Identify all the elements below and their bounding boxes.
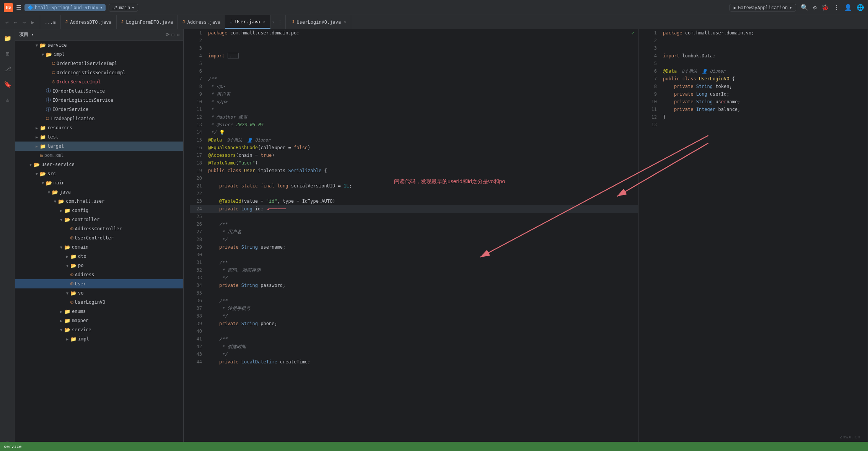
tree-item-userloginvo[interactable]: © UserLoginVO	[15, 298, 183, 307]
tab-more-icon[interactable]: ⋮	[276, 20, 284, 25]
watermark: znwx.cn	[839, 434, 860, 440]
code-line: 30	[190, 251, 638, 259]
tree-label-usercontroller: UserController	[75, 235, 114, 241]
code-line: 17 @Accessors(chain = true)	[190, 151, 638, 159]
tree-label-domain: domain	[72, 244, 88, 250]
tree-item-po[interactable]: ▼ 📂 po	[15, 261, 183, 270]
tree-item-comhmaluser[interactable]: ▼ 📂 com.hmall.user	[15, 197, 183, 206]
tab-user[interactable]: J User.java ✕	[225, 15, 270, 29]
code-table-userloginvo[interactable]: 1 package com.hmall.user.domain.vo; 2 3	[638, 29, 868, 451]
nav-forward-button[interactable]: →	[21, 18, 27, 26]
tree-item-iorderdetailservice[interactable]: ⓘ IOrderDetailService	[15, 86, 183, 96]
tree-label-pomxml: pom.xml	[44, 153, 64, 158]
project-badge[interactable]: 🔷 hmall-SpringCloud-Study ▾	[24, 4, 106, 11]
class-icon: ©	[70, 272, 73, 278]
tree-item-vo[interactable]: ▼ 📂 vo	[15, 288, 183, 298]
gateway-badge[interactable]: ▶ GatewayApplication ▾	[730, 4, 796, 11]
project-view-icon[interactable]: 📁	[2, 32, 14, 44]
tab-close-icon[interactable]: ✕	[263, 20, 265, 24]
tree-item-service[interactable]: ▼ 📂 service	[15, 41, 183, 50]
tree-item-orderlogisticsserviceimpl[interactable]: © OrderLogisticsServiceImpl	[15, 68, 183, 77]
folder-icon: 📁	[40, 143, 46, 149]
class-icon: ©	[70, 281, 73, 287]
toolbar-search-icon[interactable]: 🔍	[801, 4, 808, 11]
tree-item-userservice[interactable]: ▼ 📂 user-service	[15, 160, 183, 169]
run-button[interactable]: ▶	[29, 18, 36, 26]
code-line: 7 /**	[190, 75, 638, 83]
top-bar-left: HS ☰ 🔷 hmall-SpringCloud-Study ▾ ⎇ main …	[4, 3, 138, 12]
tree-item-domain[interactable]: ▼ 📂 domain	[15, 243, 183, 252]
tree-item-service-user[interactable]: ▼ 📂 service	[15, 325, 183, 334]
tab-close-vo-icon[interactable]: ✕	[344, 20, 346, 24]
toolbar-debug-icon[interactable]: 🐞	[821, 4, 829, 11]
tab-userloginvo[interactable]: J UserLoginVO.java ✕	[287, 15, 351, 29]
tree-label-vo: vo	[78, 290, 83, 296]
tree-item-resources[interactable]: ▶ 📁 resources	[15, 123, 183, 132]
java-icon: J	[121, 20, 124, 24]
bookmarks-icon[interactable]: 🔖	[2, 78, 14, 90]
tree-item-impl-user[interactable]: ▶ 📁 impl	[15, 334, 183, 344]
tree-item-addresscontroller[interactable]: © AddressController	[15, 224, 183, 233]
toolbar-settings-icon[interactable]: ⚙	[813, 4, 817, 11]
tree-item-dto[interactable]: ▶ 📁 dto	[15, 252, 183, 261]
tree-label-orderdetailserviceimpl: OrderDetailServiceImpl	[57, 61, 117, 66]
code-line: 12 * @author 虎哥	[190, 113, 638, 121]
code-line: 32 * 密码, 加密存储	[190, 266, 638, 274]
code-table-user[interactable]: 1 package com.hmall.user.domain.po; ✓ 2	[184, 29, 638, 451]
tab-overflow-icon[interactable]: ▾	[270, 20, 276, 25]
tree-item-java[interactable]: ▼ 📂 java	[15, 187, 183, 197]
tree-item-enums[interactable]: ▶ 📁 enums	[15, 307, 183, 316]
code-line: 4 import lombok.Data;	[645, 52, 868, 60]
tree-item-pomxml[interactable]: m pom.xml	[15, 151, 183, 160]
tree-item-user[interactable]: © User	[15, 279, 183, 288]
tree-item-impl[interactable]: ▼ 📂 impl	[15, 50, 183, 59]
folder-icon: 📂	[40, 171, 46, 177]
tree-item-address[interactable]: © Address	[15, 270, 183, 279]
editor-panel-user: 1 package com.hmall.user.domain.po; ✓ 2	[184, 29, 638, 451]
tree-item-test[interactable]: ▶ 📁 test	[15, 132, 183, 142]
branch-badge[interactable]: ⎇ main ▾	[109, 4, 138, 11]
gear-icon[interactable]: ⚙	[177, 32, 179, 37]
tab-loginformdto-label: LoginFormDTO.java	[126, 20, 173, 25]
git-icon-sidebar[interactable]: ⎇	[2, 63, 14, 75]
code-line: 20	[190, 174, 638, 182]
tree-item-orderserviceimpl[interactable]: © OrderServiceImpl	[15, 77, 183, 86]
menu-icon[interactable]: ☰	[16, 4, 21, 11]
tab-addressdto[interactable]: J AddressDTO.java	[61, 15, 117, 29]
toolbar-translate-icon[interactable]: 🌐	[857, 4, 864, 11]
tree-item-src[interactable]: ▼ 📂 src	[15, 169, 183, 178]
tab-ellipsis[interactable]: ...a	[40, 15, 61, 29]
problems-icon[interactable]: ⚠	[2, 93, 14, 106]
collapse-all-icon[interactable]: ⊟	[172, 32, 174, 37]
tree-item-config[interactable]: ▶ 📁 config	[15, 206, 183, 215]
tree-label-user: User	[75, 281, 86, 287]
code-line: 1 package com.hmall.user.domain.po; ✓	[190, 29, 638, 37]
tab-loginformdto[interactable]: J LoginFormDTO.java	[117, 15, 178, 29]
code-line: 21 private static final long serialVersi…	[190, 182, 638, 190]
sidebar-icons: 📁 ⊞ ⎇ 🔖 ⚠ ⋯	[0, 29, 15, 451]
tree-item-iorderservice[interactable]: ⓘ IOrderService	[15, 105, 183, 114]
project-chevron: ▾	[100, 5, 103, 10]
folder-icon: 📂	[46, 52, 52, 57]
folder-icon: 📂	[64, 217, 70, 223]
sync-icon[interactable]: ⟳	[166, 32, 169, 37]
tab-address[interactable]: J Address.java	[178, 15, 225, 29]
tree-item-iorderlogisticsservice[interactable]: ⓘ IOrderLogisticsService	[15, 96, 183, 105]
project-name: hmall-SpringCloud-Study	[35, 5, 98, 10]
java-icon: J	[65, 20, 68, 24]
tree-label-orderlogisticsserviceimpl: OrderLogisticsServiceImpl	[57, 70, 126, 75]
tree-item-usercontroller[interactable]: © UserController	[15, 233, 183, 243]
nav-back-button[interactable]: ←	[12, 18, 18, 26]
toolbar-more-icon[interactable]: ⋮	[834, 4, 840, 11]
tree-item-controller[interactable]: ▼ 📂 controller	[15, 215, 183, 224]
tree-item-main[interactable]: ▼ 📂 main	[15, 178, 183, 187]
class-icon: ©	[70, 226, 73, 232]
tree-item-tradeapplication[interactable]: © TradeApplication	[15, 114, 183, 123]
folder-icon: 📂	[64, 244, 70, 250]
toolbar-user-icon[interactable]: 👤	[844, 4, 852, 11]
structure-icon[interactable]: ⊞	[2, 47, 14, 60]
new-tab-button[interactable]: ↩	[4, 18, 10, 26]
tree-item-target[interactable]: ▶ 📁 target	[15, 142, 183, 151]
tree-item-mapper[interactable]: ▶ 📁 mapper	[15, 316, 183, 325]
tree-item-orderdetailserviceimpl[interactable]: © OrderDetailServiceImpl	[15, 59, 183, 68]
